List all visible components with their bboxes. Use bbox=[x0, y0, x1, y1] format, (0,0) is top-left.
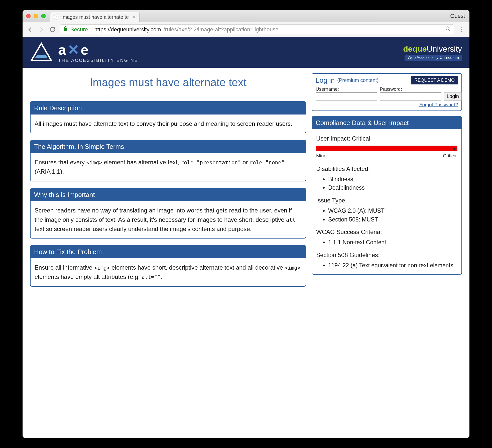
meter-marker-icon: ▼ bbox=[452, 146, 457, 153]
window-titlebar: d Images must have alternate te × Guest bbox=[23, 10, 469, 22]
password-label: Password: bbox=[380, 86, 441, 92]
section508-heading: Section 508 Guidelines: bbox=[316, 250, 457, 260]
favicon-icon: d bbox=[54, 15, 59, 20]
minimize-window-button[interactable] bbox=[34, 14, 38, 18]
user-impact-label: User Impact: bbox=[316, 135, 350, 142]
url-host: https://dequeuniversity.com bbox=[94, 26, 161, 33]
username-label: Username: bbox=[316, 86, 377, 92]
login-box: Log in (Premium content) REQUEST A DEMO … bbox=[312, 73, 462, 111]
panel-body: All images must have alternate text to c… bbox=[31, 115, 306, 133]
traffic-lights bbox=[26, 14, 46, 18]
panel-body: Ensure all informative <img> elements ha… bbox=[31, 258, 306, 286]
login-subheading: (Premium content) bbox=[337, 77, 379, 83]
disabilities-list: BlindnessDeafblindness bbox=[316, 175, 457, 192]
logo-text: a✕e bbox=[58, 42, 138, 58]
site-header: a✕e THE ACCESSIBILITY ENGINE dequeUniver… bbox=[23, 37, 469, 68]
profile-label[interactable]: Guest bbox=[450, 13, 465, 19]
panel-heading: The Algorithm, in Simple Terms bbox=[31, 140, 306, 153]
user-impact-value: Critical bbox=[352, 135, 370, 142]
panel-heading: Rule Description bbox=[31, 102, 306, 115]
browser-toolbar: Secure | https://dequeuniversity.com/rul… bbox=[23, 22, 469, 37]
section508-list: 1194.22 (a) Text equivalent for non-text… bbox=[316, 261, 457, 270]
search-in-page-icon[interactable] bbox=[445, 26, 451, 33]
axe-logo[interactable]: a✕e THE ACCESSIBILITY ENGINE bbox=[30, 42, 138, 63]
compliance-panel: Compliance Data & User Impact User Impac… bbox=[312, 116, 462, 275]
request-demo-button[interactable]: REQUEST A DEMO bbox=[411, 76, 458, 84]
rule-description-panel: Rule Description All images must have al… bbox=[30, 101, 306, 133]
panel-heading: How to Fix the Problem bbox=[31, 246, 306, 258]
panel-heading: Compliance Data & User Impact bbox=[312, 117, 461, 129]
back-button[interactable] bbox=[27, 26, 34, 33]
triangle-icon bbox=[30, 42, 53, 62]
main-column: Images must have alternate text Rule Des… bbox=[30, 73, 306, 293]
browser-tab[interactable]: d Images must have alternate te × bbox=[50, 12, 140, 22]
page-content: a✕e THE ACCESSIBILITY ENGINE dequeUniver… bbox=[23, 37, 469, 438]
panel-body: Screen readers have no way of translatin… bbox=[31, 201, 306, 238]
list-item: Section 508: MUST bbox=[328, 215, 457, 224]
issue-type-list: WCAG 2.0 (A): MUSTSection 508: MUST bbox=[316, 206, 457, 224]
sidebar-column: Log in (Premium content) REQUEST A DEMO … bbox=[312, 73, 462, 281]
why-important-panel: Why this is Important Screen readers hav… bbox=[30, 188, 306, 239]
reload-button[interactable] bbox=[49, 26, 56, 33]
deque-university-link[interactable]: dequeUniversity Web Accessibility Curric… bbox=[403, 44, 462, 61]
url-path: /rules/axe/2.2/image-alt?application=lig… bbox=[164, 26, 279, 33]
list-item: 1194.22 (a) Text equivalent for non-text… bbox=[328, 261, 457, 270]
forgot-password-link[interactable]: Forgot Password? bbox=[316, 102, 458, 107]
forward-button[interactable] bbox=[38, 26, 45, 33]
password-input[interactable] bbox=[380, 92, 441, 100]
algorithm-panel: The Algorithm, in Simple Terms Ensures t… bbox=[30, 140, 306, 181]
curriculum-label: Web Accessibility Curriculum bbox=[405, 55, 462, 61]
list-item: 1.1.1 Non-text Content bbox=[328, 238, 457, 247]
panel-heading: Why this is Important bbox=[31, 188, 306, 201]
wcag-list: 1.1.1 Non-text Content bbox=[316, 238, 457, 247]
issue-type-heading: Issue Type: bbox=[316, 196, 457, 205]
login-heading: Log in bbox=[316, 76, 335, 84]
close-tab-icon[interactable]: × bbox=[133, 14, 136, 20]
close-window-button[interactable] bbox=[26, 14, 31, 18]
disabilities-heading: Disabilities Affected: bbox=[316, 164, 457, 173]
svg-point-0 bbox=[446, 27, 449, 30]
wcag-heading: WCAG Success Criteria: bbox=[316, 227, 457, 237]
address-bar[interactable]: Secure | https://dequeuniversity.com/rul… bbox=[60, 24, 454, 35]
page-title: Images must have alternate text bbox=[30, 76, 306, 89]
panel-body: Ensures that every <img> element has alt… bbox=[31, 153, 306, 181]
meter-min-label: Minor bbox=[316, 152, 328, 159]
login-button[interactable]: Login bbox=[444, 92, 462, 100]
username-input[interactable] bbox=[316, 92, 377, 100]
list-item: Blindness bbox=[328, 175, 457, 184]
tab-title: Images must have alternate te bbox=[61, 14, 129, 20]
panel-body: User Impact: Critical ▼ Minor Critical D… bbox=[312, 129, 461, 274]
maximize-window-button[interactable] bbox=[41, 14, 46, 18]
impact-meter: ▼ bbox=[316, 146, 457, 151]
logo-tagline: THE ACCESSIBILITY ENGINE bbox=[58, 58, 138, 63]
list-item: Deafblindness bbox=[328, 183, 457, 192]
browser-menu-button[interactable]: ⋮ bbox=[458, 26, 465, 33]
how-to-fix-panel: How to Fix the Problem Ensure all inform… bbox=[30, 245, 306, 286]
secure-label: Secure bbox=[70, 26, 88, 33]
browser-window: d Images must have alternate te × Guest … bbox=[23, 10, 469, 438]
lock-icon bbox=[63, 26, 68, 33]
meter-max-label: Critical bbox=[443, 152, 457, 159]
list-item: WCAG 2.0 (A): MUST bbox=[328, 206, 457, 215]
